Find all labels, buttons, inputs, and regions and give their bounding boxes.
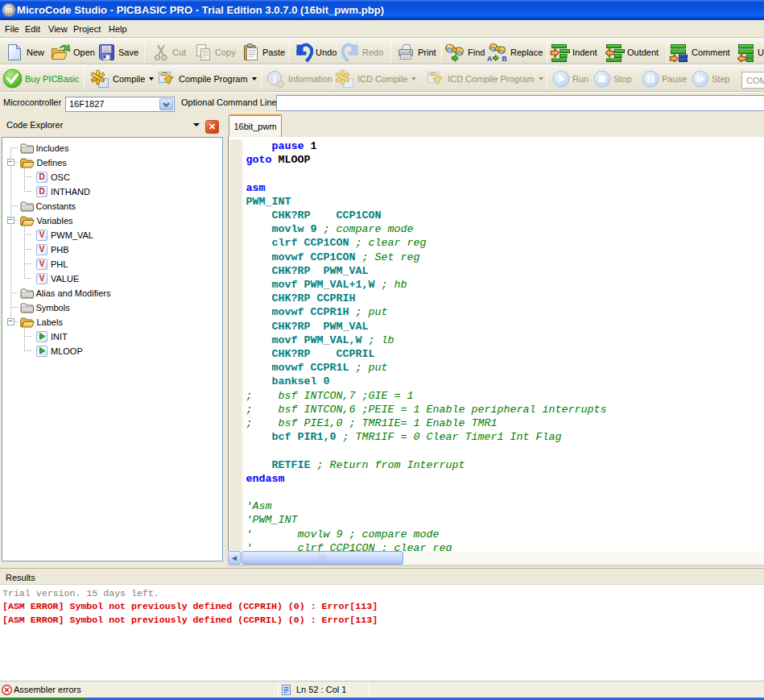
svg-text:m: m	[5, 5, 12, 14]
svg-text:B: B	[502, 55, 507, 62]
svg-text:i: i	[273, 72, 276, 85]
svg-text:A: A	[487, 55, 492, 62]
